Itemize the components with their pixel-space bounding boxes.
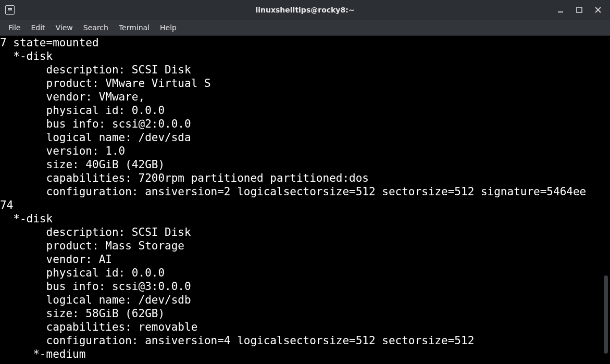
minimize-button[interactable] bbox=[557, 6, 564, 14]
menu-view[interactable]: View bbox=[51, 21, 78, 34]
svg-rect-0 bbox=[558, 11, 563, 12]
menu-search[interactable]: Search bbox=[78, 21, 114, 34]
menubar: File Edit View Search Terminal Help bbox=[0, 20, 610, 36]
scrollbar-thumb[interactable] bbox=[604, 275, 608, 354]
close-button[interactable] bbox=[594, 6, 602, 14]
terminal-area[interactable]: 7 state=mounted *-disk description: SCSI… bbox=[0, 36, 610, 364]
menu-help[interactable]: Help bbox=[155, 21, 182, 34]
svg-rect-1 bbox=[577, 7, 582, 12]
maximize-button[interactable] bbox=[576, 6, 583, 14]
terminal-output: 7 state=mounted *-disk description: SCSI… bbox=[0, 36, 610, 361]
window-controls bbox=[557, 6, 607, 14]
terminal-app-icon bbox=[5, 5, 15, 15]
menu-terminal[interactable]: Terminal bbox=[114, 21, 155, 34]
titlebar: linuxshelltips@rocky8:~ bbox=[0, 0, 610, 20]
menu-edit[interactable]: Edit bbox=[26, 21, 50, 34]
scrollbar[interactable] bbox=[603, 36, 609, 364]
menu-file[interactable]: File bbox=[3, 21, 26, 34]
window-title: linuxshelltips@rocky8:~ bbox=[0, 6, 610, 14]
